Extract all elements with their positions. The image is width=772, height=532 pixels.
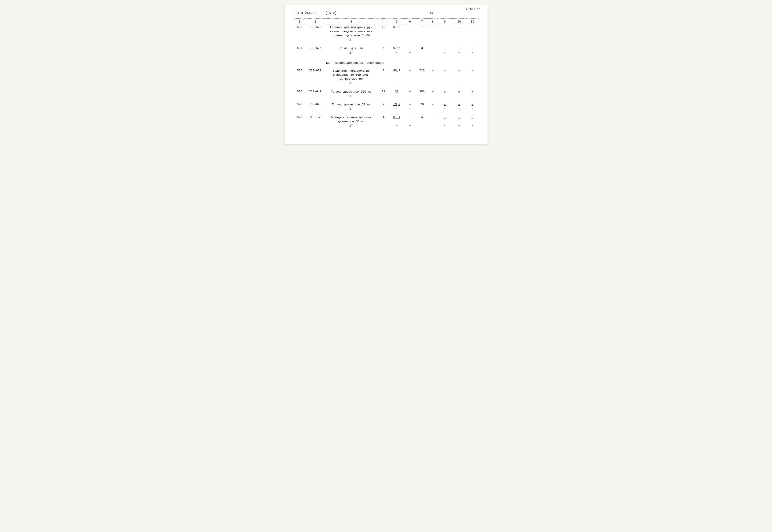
doc-section: (IX.2) [325,11,337,15]
cell-sub10: – [452,38,466,44]
cell-sub9: – [437,107,452,113]
cell-sub10: – [452,51,466,57]
col-header-11: II [466,19,478,25]
cell-num: 524 [294,46,306,51]
doc-header: 901-3-244.88 (IX.2) 314 [294,11,478,15]
cell-unit: ШТ [325,82,378,87]
cell-sub6: – [404,124,416,130]
cell-col6: – [404,102,416,107]
table-body: 523 I30-525 Головки для пожарных ру-каво… [294,25,478,132]
cell-qty: I0 [378,89,389,94]
table-row: 525 I30-650 Задвижки параллельныефланцев… [294,68,478,82]
cell-col10: – [452,25,466,38]
cell-col9: – [437,102,452,107]
cell-col8: – [428,102,438,107]
table-row: 528 I30-I776 Фланцы стальные плоскиедиам… [294,115,478,124]
cell-sub11: – [466,51,478,57]
cell-sub6: – [404,94,416,100]
cell-price: 0,55 [389,25,404,38]
cell-col11: – [466,115,478,124]
cell-sub5: – [389,94,404,100]
cell-sub10: – [452,94,466,100]
spacer [294,87,478,89]
cell-sub9: – [437,94,452,100]
cell-name: То же, диаметром I50 мм [325,89,378,94]
cell-col11: – [466,68,478,82]
cell-name: Головки для пожарных ру-кавов соединител… [325,25,378,38]
spacer [294,130,478,132]
cell-sub5: – [389,51,404,57]
unit-row: ШТ – – – – – [294,124,478,130]
cell-sub9: – [437,51,452,57]
table-row: 523 I30-525 Головки для пожарных ру-каво… [294,25,478,38]
cell-col10: – [452,102,466,107]
cell-sub10: – [452,107,466,113]
cell-unit: ШТ [325,38,378,44]
cell-num: 527 [294,102,306,107]
cell-qty: 2 [378,68,389,82]
cell-num: 528 [294,115,306,124]
cell-col10: – [452,115,466,124]
cell-sub10: – [452,82,466,87]
unit-row: ШТ – – – – – [294,107,478,113]
cell-sub11: – [466,82,478,87]
spacer [294,113,478,115]
cell-col9: – [437,68,452,82]
cell-sub6: – [404,107,416,113]
cell-name: То же, диаметром 50 мм [325,102,378,107]
cell-sub5: – [389,107,404,113]
col-header-3: 3 [325,19,378,25]
col-header-6: 6 [404,19,416,25]
cell-sub6: – [404,51,416,57]
table-header-row: I 2 3 4 5 6 7 8 9 IO II [294,19,478,25]
cell-qty: 2 [378,102,389,107]
cell-col9: – [437,89,452,94]
section-label-text: КЗ – Производственная канализация [325,59,478,66]
cell-sub11: – [466,38,478,44]
cell-sub6: – [404,82,416,87]
cell-col6: – [404,89,416,94]
cell-col7: I20 [416,68,428,82]
cell-col8: – [428,68,438,82]
cell-ref: I30-525 [306,46,325,51]
cell-sub11: – [466,124,478,130]
cell-name: То же, д.25 мм [325,46,378,51]
cell-num: 525 [294,68,306,82]
cell-col7: 3 [416,46,428,51]
unit-row: ШТ – – – – – [294,94,478,100]
cell-sub5: – [389,82,404,87]
cell-price: 0,94 [389,115,404,124]
main-table: I 2 3 4 5 6 7 8 9 IO II 523 I30-525 Голо… [294,18,478,132]
col-header-1: I [294,19,306,25]
cell-col8: – [428,46,438,51]
table-row: 527 I30-645 То же, диаметром 50 мм 2 I3,… [294,102,478,107]
col-header-5: 5 [389,19,404,25]
unit-row: ШТ – – – – – [294,51,478,57]
spacer [294,66,478,68]
cell-sub6: – [404,38,416,44]
cell-col6: – [404,46,416,51]
cell-name: Фланцы стальные плоскиедиаметром 50 мм [325,115,378,124]
cell-sub5: – [389,124,404,130]
cell-qty: 6 [378,46,389,51]
cell-sub9: – [437,124,452,130]
spacer [294,57,478,59]
col-header-9: 9 [437,19,452,25]
col-header-8: 8 [428,19,438,25]
cell-sub10: – [452,124,466,130]
cell-col10: – [452,68,466,82]
cell-col8: – [428,115,438,124]
unit-row: ШТ – – – – – [294,82,478,87]
doc-ref: 901-3-244.88 [294,11,317,15]
table-row: 526 I30-649 То же, диаметром I50 мм I0 3… [294,89,478,94]
cell-sub9: – [437,82,452,87]
document-id: 23167-11 [465,8,480,11]
cell-price: 38 [389,89,404,94]
cell-price: I3,9 [389,102,404,107]
col-header-4: 4 [378,19,389,25]
cell-col6: – [404,68,416,82]
cell-col10: – [452,89,466,94]
cell-col7: 28 [416,102,428,107]
cell-col11: – [466,102,478,107]
cell-col6: – [404,25,416,38]
